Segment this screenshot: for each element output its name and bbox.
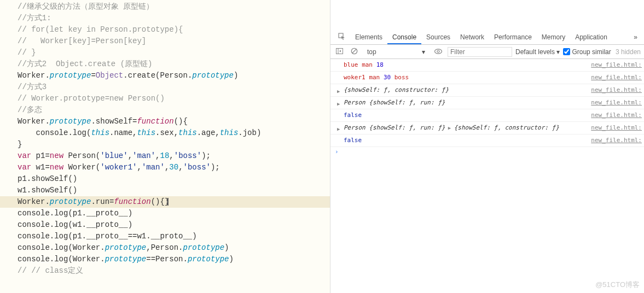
console-log-row: falsenew_file.html:	[330, 134, 644, 147]
code-line: console.log(Worker.prototype==Person.pro…	[0, 254, 330, 265]
clear-console-icon[interactable]	[349, 48, 360, 56]
log-source-link[interactable]: new_file.html:	[591, 60, 644, 70]
log-source-link[interactable]: new_file.html:	[591, 123, 644, 133]
console-log-row: ▶Person {showSelf: ƒ, run: ƒ}new_file.ht…	[330, 97, 644, 109]
log-source-link[interactable]: new_file.html:	[591, 136, 644, 145]
log-message: false	[344, 110, 591, 120]
watermark: @51CTO博客	[595, 280, 640, 290]
devtools-tabbar: Elements Console Sources Network Perform…	[330, 30, 644, 45]
code-line: console.log(p1.__proto__==w1.__proto__)	[0, 231, 330, 242]
execution-context-selector[interactable]: top▾	[363, 47, 429, 57]
console-prompt[interactable]: ›	[330, 147, 644, 156]
log-message: Person {showSelf: ƒ, run: ƒ} ▶ {showSelf…	[344, 123, 591, 133]
tab-memory[interactable]: Memory	[537, 30, 570, 44]
log-source-link[interactable]: new_file.html:	[591, 110, 644, 120]
code-line: //方式3	[0, 81, 330, 93]
devtools-panel: Elements Console Sources Network Perform…	[330, 0, 644, 293]
code-line: // // class定义	[0, 265, 330, 277]
code-line: Worker.prototype.showSelf=function(){	[0, 116, 330, 127]
console-output[interactable]: blue man 18new_file.html:woker1 man 30 b…	[330, 59, 644, 293]
devtools-filterbar: top▾ Default levels ▾ Group similar 3 hi…	[330, 45, 644, 59]
code-line: Worker.prototype=Object.create(Person.pr…	[0, 70, 330, 81]
code-line: console.log(Worker.prototype,Person.prot…	[0, 242, 330, 254]
tab-sources[interactable]: Sources	[421, 30, 455, 44]
console-log-row: blue man 18new_file.html:	[330, 59, 644, 72]
log-message: false	[344, 136, 591, 145]
log-source-link[interactable]: new_file.html:	[591, 98, 644, 108]
code-line: // for(let key in Person.prototype){	[0, 24, 330, 36]
tab-application[interactable]: Application	[570, 30, 612, 44]
tab-elements[interactable]: Elements	[350, 30, 387, 44]
log-source-link[interactable]: new_file.html:	[591, 85, 644, 95]
tab-network[interactable]: Network	[455, 30, 489, 44]
code-line: console.log(this.name,this.sex,this.age,…	[0, 127, 330, 139]
group-similar-checkbox[interactable]	[563, 48, 570, 55]
more-tabs-icon[interactable]: »	[629, 33, 642, 41]
code-line: w1.showSelf()	[0, 185, 330, 196]
log-source-link[interactable]: new_file.html:	[591, 73, 644, 83]
expand-icon[interactable]: ▶	[337, 99, 340, 109]
code-line: console.log(p1.__proto__)	[0, 208, 330, 219]
code-line: var w1=new Worker('woker1','man',30,'bos…	[0, 162, 330, 173]
log-message: woker1 man 30 boss	[344, 73, 591, 83]
log-message: Person {showSelf: ƒ, run: ƒ}	[344, 98, 591, 108]
log-levels-selector[interactable]: Default levels ▾	[515, 48, 560, 56]
svg-line-4	[352, 49, 356, 53]
log-message: {showSelf: ƒ, constructor: ƒ}	[344, 85, 591, 95]
inspect-icon[interactable]	[334, 33, 350, 42]
expand-icon[interactable]: ▶	[337, 124, 340, 134]
log-message: blue man 18	[344, 60, 591, 70]
code-line: // }	[0, 47, 330, 58]
text-cursor	[167, 198, 169, 206]
code-line: // Worker.prototype=new Person()	[0, 93, 330, 104]
code-line: //继承父级的方法（原型对象 原型链）	[0, 1, 330, 13]
filter-input[interactable]	[448, 47, 512, 57]
code-line: p1.showSelf()	[0, 173, 330, 185]
code-line: }	[0, 139, 330, 150]
code-line-current: Worker.prototype.run=function(){}	[0, 196, 330, 208]
svg-point-5	[435, 49, 442, 53]
console-log-row: falsenew_file.html:	[330, 109, 644, 122]
console-log-row: woker1 man 30 bossnew_file.html:	[330, 72, 644, 84]
console-log-row: ▶Person {showSelf: ƒ, run: ƒ} ▶ {showSel…	[330, 122, 644, 134]
console-sidebar-toggle-icon[interactable]	[334, 48, 345, 56]
code-line: // Worker[key]=Person[key]	[0, 36, 330, 47]
live-expression-icon[interactable]	[432, 48, 444, 56]
code-line: //多态	[0, 104, 330, 116]
hidden-messages-count: 3 hidden	[616, 48, 641, 56]
code-line: var p1=new Person('blue','man',18,'boss'…	[0, 150, 330, 162]
tab-performance[interactable]: Performance	[489, 30, 537, 44]
group-similar-toggle[interactable]: Group similar	[563, 48, 611, 56]
svg-point-6	[437, 50, 439, 52]
console-log-row: ▶{showSelf: ƒ, constructor: ƒ}new_file.h…	[330, 84, 644, 97]
code-line: console.log(w1.__proto__)	[0, 219, 330, 231]
code-editor[interactable]: //继承父级的方法（原型对象 原型链） //方式1: // for(let ke…	[0, 0, 330, 293]
code-line: //方式1:	[0, 13, 330, 24]
tab-console[interactable]: Console	[387, 30, 421, 44]
chevron-down-icon: ▾	[422, 48, 425, 56]
devtools-blank-area	[330, 0, 644, 30]
code-line: //方式2 Object.create (原型链)	[0, 58, 330, 70]
expand-icon[interactable]: ▶	[337, 86, 340, 96]
